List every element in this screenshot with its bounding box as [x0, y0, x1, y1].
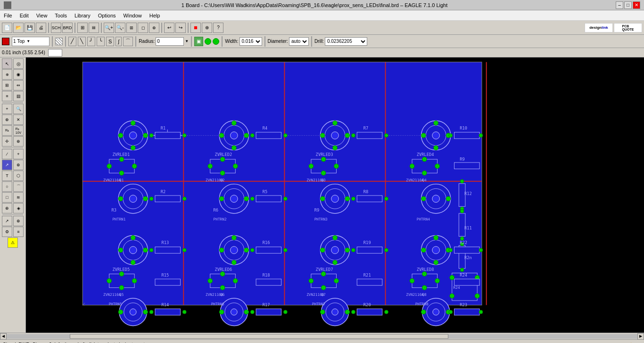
radius-dropdown[interactable]: ▼	[185, 39, 189, 43]
menu-library[interactable]: Library	[71, 12, 94, 19]
copy-tool-button[interactable]: ⊕	[13, 136, 24, 147]
horizontal-scrollbar[interactable]: ◀ ▶	[0, 333, 644, 339]
separator11	[264, 36, 265, 47]
menu-file[interactable]: File	[0, 12, 16, 19]
text-tool-button[interactable]: T	[2, 171, 12, 181]
board-button[interactable]: BRD	[62, 23, 73, 33]
menu-view[interactable]: View	[33, 12, 51, 19]
label-tool-button[interactable]: ≋	[13, 192, 24, 203]
add-button[interactable]: ⊕	[2, 114, 12, 125]
group-button[interactable]: ⊞	[2, 80, 12, 90]
menu-help[interactable]: Help	[146, 12, 164, 19]
undo-button[interactable]: ↩	[164, 23, 174, 33]
close-button[interactable]: ✕	[633, 1, 640, 9]
select-tool-button[interactable]: ↖	[2, 58, 12, 69]
width-select[interactable]: 0.016	[239, 37, 262, 46]
rect-tool-button[interactable]: □	[2, 192, 12, 203]
schematic-button[interactable]: SCH	[51, 23, 61, 33]
autoroute-button[interactable]: ↗	[2, 216, 12, 226]
show-button[interactable]: ◉	[13, 69, 24, 80]
coord-input[interactable]	[48, 49, 62, 57]
pcb-canvas-area[interactable]: ZVRLED1 R1 ZVN2110A Q1 PHTRN1	[26, 57, 644, 333]
layer-dropdown-arrow[interactable]: ▼	[26, 39, 30, 43]
svg-text:ZVRLED1: ZVRLED1	[112, 152, 130, 157]
redo-button[interactable]: ↪	[175, 23, 186, 33]
menu-window[interactable]: Window	[120, 12, 146, 19]
wire-style-7[interactable]: ⌒	[123, 37, 133, 46]
eyedrop-tool-button[interactable]: ◎	[13, 58, 24, 69]
route-tool-button[interactable]: ↗	[2, 160, 12, 170]
layer-display-button[interactable]: ▤	[89, 23, 99, 33]
svg-point-188	[208, 278, 213, 283]
erc-button[interactable]: R₂10V	[13, 125, 24, 136]
save-button[interactable]: 💾	[25, 23, 35, 33]
scroll-right-arrow[interactable]: ▶	[637, 333, 644, 340]
new-button[interactable]: 📄	[2, 23, 12, 33]
zoom-selection-button[interactable]: ◻	[138, 23, 148, 33]
invoke-tool-button[interactable]: ◈	[13, 203, 24, 213]
delete-tool-button[interactable]: ✕	[13, 114, 24, 125]
mirror-button[interactable]: ⇔	[13, 80, 24, 90]
scroll-track[interactable]	[7, 334, 637, 339]
separator9	[191, 36, 192, 47]
poly-tool-button[interactable]: ⬡	[13, 171, 24, 181]
wire-style-5[interactable]: S	[106, 37, 114, 46]
change-button[interactable]: ≡	[2, 91, 12, 101]
script-button[interactable]: ≡	[13, 227, 24, 237]
scroll-thumb[interactable]	[70, 334, 448, 339]
zoom-in-button[interactable]: 🔍+	[104, 23, 114, 33]
svg-point-210	[333, 260, 338, 265]
zoom-custom-button[interactable]: ⊕	[149, 23, 159, 33]
svg-point-10	[129, 132, 137, 139]
menu-options[interactable]: Options	[94, 12, 120, 19]
svg-rect-264	[256, 279, 281, 286]
circle-tool-button[interactable]: ○	[2, 181, 12, 192]
wire-style-6[interactable]: ∫	[116, 37, 122, 46]
wire-style-4[interactable]: ╰	[97, 37, 105, 46]
split-tool-button[interactable]: ⊕	[13, 160, 24, 170]
svg-text:Q5: Q5	[119, 293, 124, 297]
drill-select[interactable]: 0.02362205	[325, 37, 367, 46]
net-button[interactable]: ⊕	[2, 69, 12, 80]
arc-tool-button[interactable]: ⌒	[13, 181, 24, 192]
param-button[interactable]: ⚙	[2, 227, 12, 237]
mark-button[interactable]: +	[2, 104, 12, 114]
wire-style-3[interactable]: ╯	[87, 37, 95, 46]
optimize-button[interactable]: ⊕	[13, 216, 24, 226]
svg-point-213	[352, 248, 355, 252]
zoom-out-button[interactable]: 🔍-	[115, 23, 125, 33]
menu-edit[interactable]: Edit	[16, 12, 33, 19]
stop-button[interactable]: ⏹	[190, 23, 201, 33]
wire-style-2[interactable]: ╲	[78, 37, 86, 46]
svg-point-73	[331, 132, 339, 139]
zoom-tool-button[interactable]: 🔍	[13, 104, 24, 114]
help-button[interactable]: ?	[213, 23, 223, 33]
zoom-fit-button[interactable]: ⊞	[126, 23, 137, 33]
drc-button[interactable]: R₂	[2, 125, 12, 136]
wire-style-1[interactable]: ╱	[68, 37, 76, 46]
svg-text:R11: R11	[464, 226, 472, 230]
more-button[interactable]: ⊕	[202, 23, 212, 33]
svg-text:R17: R17	[263, 302, 270, 307]
display-button[interactable]: ▤	[13, 91, 24, 101]
svg-point-13	[143, 133, 148, 138]
layer-selector[interactable]: 1 Top ▼	[12, 37, 50, 46]
svg-text:ZVRLED6: ZVRLED6	[215, 267, 232, 272]
scroll-end-arrow[interactable]: ▶	[637, 342, 641, 343]
maximize-button[interactable]: □	[624, 1, 632, 9]
scroll-left-arrow[interactable]: ◀	[0, 333, 7, 340]
diameter-select[interactable]: auto	[289, 37, 309, 46]
open-button[interactable]: 📂	[13, 23, 24, 33]
bus-tool-button[interactable]: +	[13, 149, 24, 159]
radius-input[interactable]	[156, 37, 184, 46]
minimize-button[interactable]: –	[616, 1, 623, 9]
move-tool-button[interactable]: ✢	[2, 136, 12, 147]
lt-row-2: ⊕ ◉	[2, 69, 24, 80]
wire-filled-button[interactable]: ▣	[194, 37, 203, 46]
grid-button[interactable]: ⊞	[77, 23, 88, 33]
menu-tools[interactable]: Tools	[51, 12, 71, 19]
print-button[interactable]: 🖨	[36, 23, 46, 33]
assign-tool-button[interactable]: ⊕	[2, 203, 12, 213]
wire-tool-button[interactable]: ∕	[2, 149, 12, 159]
svg-point-110	[449, 134, 453, 138]
